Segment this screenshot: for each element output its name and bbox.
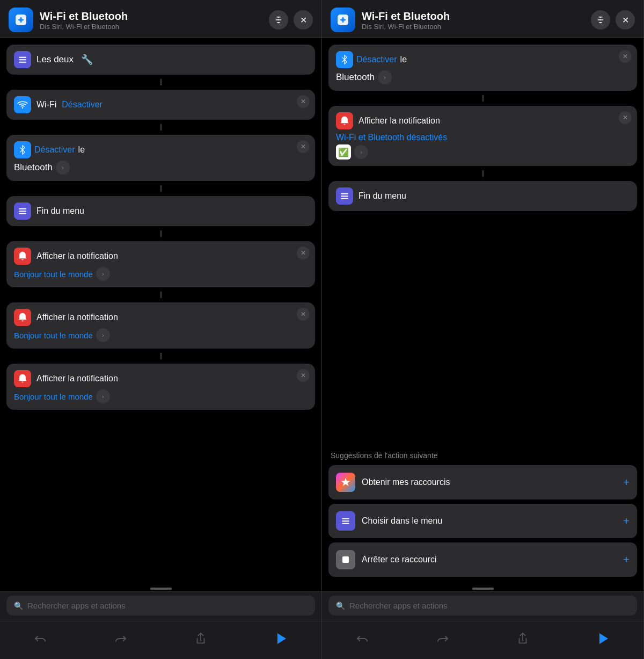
- right-menu-end-icon: [336, 187, 353, 205]
- left-play-btn[interactable]: [269, 627, 293, 650]
- left-notif-3-icon: [14, 370, 31, 387]
- left-bluetooth-close-btn[interactable]: ✕: [297, 140, 310, 153]
- right-bluetooth-card: ✕ Désactiver le Bluetooth ›: [328, 45, 637, 91]
- left-title: Wi-Fi et Bluetooh: [40, 10, 262, 23]
- right-menu-end-label: Fin du menu: [358, 191, 406, 201]
- left-menu-end-icon: [14, 202, 31, 220]
- right-connector-1: [328, 95, 637, 102]
- right-settings-btn[interactable]: [591, 10, 610, 30]
- right-bluetooth-close-btn[interactable]: ✕: [619, 50, 632, 63]
- left-top-card: Les deux 🔧: [6, 45, 315, 75]
- left-search-input-wrap[interactable]: 🔍 Rechercher apps et actions: [6, 596, 315, 615]
- svg-rect-8: [19, 57, 26, 58]
- left-bluetooth-text-before: le: [78, 145, 85, 155]
- right-suggestion-menu[interactable]: Choisir dans le menu +: [328, 504, 637, 538]
- left-bluetooth-secondary: Bluetooth ›: [14, 161, 308, 175]
- left-notif-3-secondary: Bonjour tout le monde ›: [14, 389, 308, 403]
- left-top-card-tool-icon: 🔧: [81, 54, 93, 66]
- left-notif-2-close-btn[interactable]: ✕: [297, 308, 310, 321]
- right-suggestion-shortcuts[interactable]: Obtenir mes raccourcis +: [328, 465, 637, 499]
- connector-2: [6, 124, 315, 131]
- left-notif-1-label: Afficher la notification: [36, 251, 118, 261]
- left-share-btn[interactable]: [189, 627, 213, 650]
- left-search-bar: 🔍 Rechercher apps et actions: [0, 591, 321, 621]
- left-top-card-text: Les deux: [36, 54, 74, 65]
- svg-point-1: [19, 18, 23, 21]
- right-suggestion-stop[interactable]: Arrêter ce raccourci +: [328, 542, 637, 577]
- right-subtitle: Dis Siri, Wi-Fi et Bluetooh: [362, 23, 584, 31]
- right-bluetooth-label: Bluetooth: [336, 72, 375, 83]
- left-notif-3-label: Afficher la notification: [36, 374, 118, 383]
- right-redo-btn[interactable]: [431, 627, 455, 650]
- right-notif-check-label: Afficher la notification: [358, 116, 440, 126]
- left-redo-btn[interactable]: [109, 627, 133, 650]
- svg-point-16: [341, 18, 345, 21]
- left-scroll-content: Les deux 🔧 ✕ Wi-Fi Désactiver: [0, 38, 321, 585]
- left-notif-1-chevron-btn[interactable]: ›: [96, 267, 110, 281]
- left-notif-3-chevron-btn[interactable]: ›: [96, 389, 110, 403]
- left-wifi-icon: [14, 96, 31, 113]
- left-menu-end-header: Fin du menu: [14, 202, 308, 220]
- left-notif-3-text: Bonjour tout le monde: [14, 392, 93, 401]
- right-notif-check-chevron-btn[interactable]: ›: [354, 145, 368, 159]
- left-scroll-pill: [150, 588, 172, 590]
- left-wifi-label: Wi-Fi: [36, 100, 56, 110]
- right-connector-2: [328, 170, 637, 177]
- right-notif-check-close-btn[interactable]: ✕: [619, 111, 632, 124]
- right-scroll-indicator: [322, 585, 643, 591]
- left-notif-2-chevron-btn[interactable]: ›: [96, 328, 110, 342]
- right-panel: Wi-Fi et Bluetooh Dis Siri, Wi-Fi et Blu…: [322, 0, 644, 659]
- right-bluetooth-action[interactable]: Désactiver: [356, 55, 397, 64]
- left-bluetooth-icon: [14, 141, 31, 158]
- right-search-input-wrap[interactable]: 🔍 Rechercher apps et actions: [328, 596, 637, 615]
- right-suggestion-shortcuts-label: Obtenir mes raccourcis: [362, 477, 617, 487]
- right-header: Wi-Fi et Bluetooh Dis Siri, Wi-Fi et Blu…: [322, 0, 643, 38]
- left-undo-btn[interactable]: [28, 627, 52, 650]
- left-scroll-indicator: [0, 585, 321, 591]
- left-notif-1-card: ✕ Afficher la notification Bonjour tout …: [6, 241, 315, 287]
- right-notif-check-actions: ✅ ›: [336, 144, 630, 160]
- right-bluetooth-secondary: Bluetooth ›: [336, 70, 630, 84]
- right-search-icon: 🔍: [336, 602, 345, 610]
- right-suggestion-menu-plus[interactable]: +: [623, 515, 630, 527]
- left-settings-btn[interactable]: [269, 10, 288, 30]
- left-wifi-close-btn[interactable]: ✕: [297, 95, 310, 108]
- left-close-btn[interactable]: ✕: [294, 10, 313, 30]
- svg-rect-24: [341, 195, 348, 197]
- connector-4: [6, 230, 315, 237]
- right-notif-checkmark-btn[interactable]: ✅: [336, 144, 351, 160]
- left-toolbar: [0, 621, 321, 659]
- right-close-btn[interactable]: ✕: [616, 10, 635, 30]
- left-bluetooth-line1: Désactiver le: [14, 141, 308, 158]
- left-notif-1-secondary: Bonjour tout le monde ›: [14, 267, 308, 281]
- right-suggestion-shortcuts-plus[interactable]: +: [623, 476, 630, 489]
- right-header-actions: ✕: [591, 10, 635, 30]
- right-search-bar: 🔍 Rechercher apps et actions: [322, 591, 643, 621]
- right-suggestion-stop-icon: [336, 550, 355, 569]
- left-header-actions: ✕: [269, 10, 313, 30]
- left-notif-1-icon: [14, 248, 31, 265]
- right-undo-btn[interactable]: [350, 627, 374, 650]
- right-bluetooth-chevron-btn[interactable]: ›: [378, 70, 392, 84]
- svg-rect-25: [341, 198, 348, 199]
- right-bluetooth-text-before: le: [400, 55, 407, 64]
- right-menu-end-card: Fin du menu: [328, 181, 637, 211]
- connector-3: [6, 185, 315, 192]
- left-bluetooth-label: Bluetooth: [14, 162, 53, 173]
- right-notif-check-icon: [336, 112, 353, 129]
- right-share-btn[interactable]: [511, 627, 535, 650]
- left-notif-1-close-btn[interactable]: ✕: [297, 247, 310, 259]
- svg-rect-23: [341, 193, 348, 194]
- right-suggestion-shortcuts-icon: [336, 473, 355, 492]
- left-wifi-action[interactable]: Désactiver: [62, 100, 103, 110]
- left-notif-3-header: Afficher la notification: [14, 370, 308, 387]
- left-panel: Wi-Fi et Bluetooh Dis Siri, Wi-Fi et Blu…: [0, 0, 322, 659]
- right-suggestion-stop-plus[interactable]: +: [623, 554, 630, 566]
- left-bluetooth-card: ✕ Désactiver le Bluetooth ›: [6, 135, 315, 181]
- right-play-btn[interactable]: [591, 627, 615, 650]
- left-subtitle: Dis Siri, Wi-Fi et Bluetooh: [40, 23, 262, 31]
- left-notif-3-close-btn[interactable]: ✕: [297, 369, 310, 382]
- left-bluetooth-action[interactable]: Désactiver: [34, 145, 75, 155]
- right-suggestions-title: Suggestions de l'action suivante: [328, 451, 637, 460]
- left-bluetooth-chevron-btn[interactable]: ›: [56, 161, 70, 175]
